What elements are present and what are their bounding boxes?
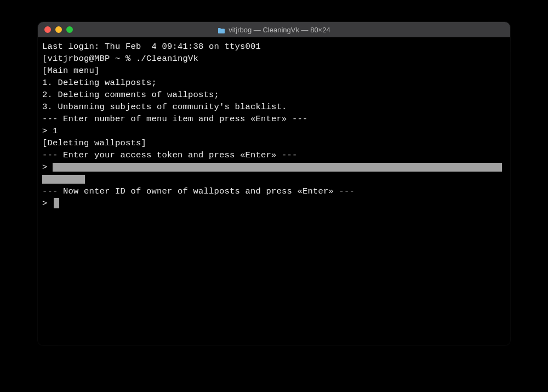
traffic-lights (38, 26, 73, 33)
folder-icon (218, 27, 225, 33)
redacted-token-2 (42, 175, 85, 184)
minimize-icon[interactable] (55, 26, 62, 33)
redacted-continuation (42, 173, 506, 185)
terminal-window: vitjrbog — CleaningVk — 80×24 Last login… (38, 22, 510, 345)
window-title-text: vitjrbog — CleaningVk — 80×24 (229, 26, 330, 34)
close-icon[interactable] (44, 26, 51, 33)
cursor-icon (54, 198, 59, 208)
terminal-body[interactable]: Last login: Thu Feb 4 09:41:38 on ttys00… (38, 37, 510, 345)
title-bar: vitjrbog — CleaningVk — 80×24 (38, 22, 510, 37)
user-input-token: > (42, 161, 506, 173)
last-login-line: Last login: Thu Feb 4 09:41:38 on ttys00… (42, 41, 506, 53)
menu-item: 1. Deleting wallposts; (42, 77, 506, 89)
prompt-enter-owner: --- Now enter ID of owner of wallposts a… (42, 185, 506, 197)
main-menu-header: [Main menu] (42, 65, 506, 77)
user-input-owner: > (42, 197, 506, 209)
menu-item: 2. Deleting comments of wallposts; (42, 89, 506, 101)
prompt-enter-token: --- Enter your access token and press «E… (42, 149, 506, 161)
deleting-wallposts-header: [Deleting wallposts] (42, 137, 506, 149)
redacted-token (53, 163, 502, 172)
prompt-enter-menu: --- Enter number of menu item and press … (42, 113, 506, 125)
user-input-menu: > 1 (42, 125, 506, 137)
prompt-line: [vitjrbog@MBP ~ % ./CleaningVk (42, 53, 506, 65)
window-title: vitjrbog — CleaningVk — 80×24 (38, 26, 510, 34)
command-text: ./CleaningVk (136, 54, 198, 64)
menu-item: 3. Unbanning subjects of community's bla… (42, 101, 506, 113)
maximize-icon[interactable] (66, 26, 73, 33)
